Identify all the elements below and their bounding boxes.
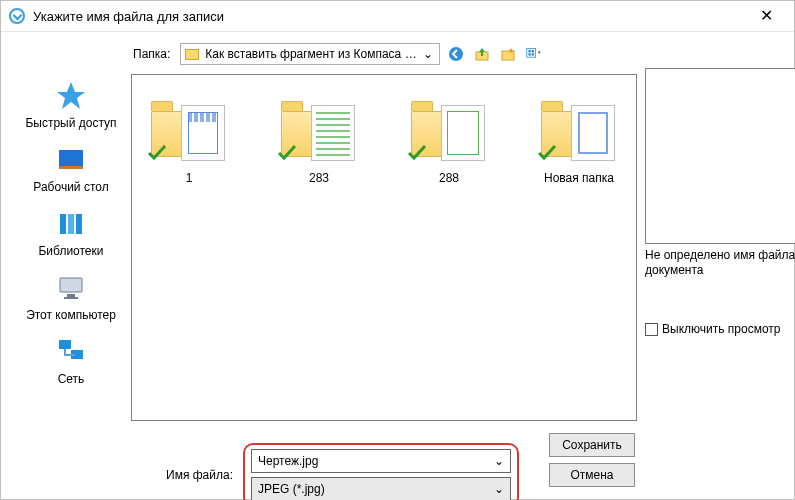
app-icon (9, 8, 25, 24)
svg-rect-15 (529, 50, 531, 52)
preview-pane (645, 68, 795, 244)
filename-label: Имя файла: (153, 468, 233, 482)
highlight-box: Чертеж.jpg ⌄ JPEG (*.jpg) ⌄ (243, 443, 519, 500)
network-icon (55, 336, 87, 368)
desktop-icon (55, 144, 87, 176)
svg-rect-16 (532, 50, 534, 52)
place-label: Сеть (11, 372, 131, 386)
checkmark-icon (147, 142, 167, 165)
chevron-down-icon: ⌄ (494, 454, 504, 468)
place-quick-access[interactable]: Быстрый доступ (11, 80, 131, 130)
save-button[interactable]: Сохранить (549, 433, 635, 457)
place-libraries[interactable]: Библиотеки (11, 208, 131, 258)
place-desktop[interactable]: Рабочий стол (11, 144, 131, 194)
folder-value: Как вставить фрагмент из Компаса в Вор (205, 47, 421, 61)
places-bar: Быстрый доступ Рабочий стол Библиотеки (11, 40, 131, 489)
svg-rect-14 (527, 48, 536, 57)
cancel-button[interactable]: Отмена (549, 463, 635, 487)
save-dialog: Укажите имя файла для записи ✕ Быстрый д… (0, 0, 795, 500)
svg-marker-0 (57, 82, 85, 109)
svg-rect-17 (529, 53, 531, 55)
folder-item[interactable]: Новая папка (534, 91, 624, 185)
place-label: Библиотеки (11, 244, 131, 258)
disable-preview-checkbox[interactable] (645, 323, 658, 336)
svg-point-11 (449, 47, 463, 61)
file-list[interactable]: 1 283 (131, 74, 637, 421)
svg-rect-1 (59, 150, 83, 166)
chevron-down-icon: ⌄ (421, 47, 435, 61)
svg-rect-8 (64, 297, 78, 299)
svg-rect-7 (67, 294, 75, 297)
svg-rect-3 (60, 214, 66, 234)
checkmark-icon (277, 142, 297, 165)
nav-view-menu-button[interactable] (524, 44, 544, 64)
thumbnail-icon (181, 105, 225, 161)
item-name: 288 (404, 171, 494, 185)
titlebar: Укажите имя файла для записи ✕ (1, 1, 794, 31)
folder-item[interactable]: 283 (274, 91, 364, 185)
folder-item[interactable]: 288 (404, 91, 494, 185)
thumbnail-icon (441, 105, 485, 161)
svg-rect-18 (532, 53, 534, 55)
disable-preview-label: Выключить просмотр (662, 322, 780, 336)
filename-combo[interactable]: Чертеж.jpg ⌄ (251, 449, 511, 473)
folder-label: Папка: (133, 47, 170, 61)
item-name: Новая папка (534, 171, 624, 185)
place-this-pc[interactable]: Этот компьютер (11, 272, 131, 322)
nav-up-button[interactable] (472, 44, 492, 64)
filename-value: Чертеж.jpg (258, 454, 318, 468)
svg-rect-4 (68, 214, 74, 234)
item-name: 1 (144, 171, 234, 185)
preview-status: Не определено имя файла документа (645, 248, 795, 278)
svg-rect-2 (59, 166, 83, 169)
nav-back-button[interactable] (446, 44, 466, 64)
item-name: 283 (274, 171, 364, 185)
svg-rect-5 (76, 214, 82, 234)
window-title: Укажите имя файла для записи (33, 9, 224, 24)
svg-rect-9 (59, 340, 71, 349)
checkmark-icon (537, 142, 557, 165)
place-label: Рабочий стол (11, 180, 131, 194)
star-icon (55, 80, 87, 112)
close-button[interactable]: ✕ (746, 1, 786, 31)
place-network[interactable]: Сеть (11, 336, 131, 386)
thumbnail-icon (311, 105, 355, 161)
libraries-icon (55, 208, 87, 240)
nav-new-folder-button[interactable] (498, 44, 518, 64)
filetype-value: JPEG (*.jpg) (258, 482, 325, 496)
folder-row: Папка: Как вставить фрагмент из Компаса … (131, 40, 637, 68)
chevron-down-icon: ⌄ (494, 482, 504, 496)
folder-item[interactable]: 1 (144, 91, 234, 185)
folder-combo[interactable]: Как вставить фрагмент из Компаса в Вор ⌄ (180, 43, 440, 65)
folder-icon (185, 49, 199, 60)
place-label: Этот компьютер (11, 308, 131, 322)
filetype-combo[interactable]: JPEG (*.jpg) ⌄ (251, 477, 511, 500)
svg-rect-6 (60, 278, 82, 292)
thumbnail-icon (571, 105, 615, 161)
this-pc-icon (55, 272, 87, 304)
checkmark-icon (407, 142, 427, 165)
place-label: Быстрый доступ (11, 116, 131, 130)
